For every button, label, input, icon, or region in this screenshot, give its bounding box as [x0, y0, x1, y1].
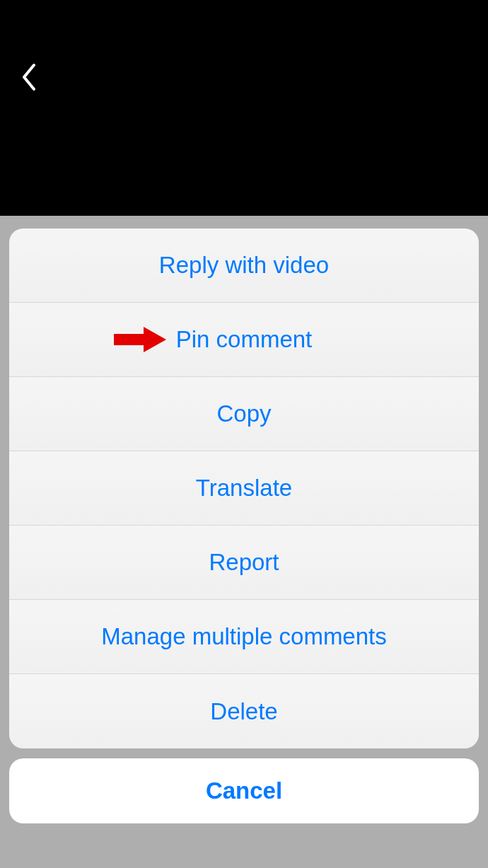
- action-label: Copy: [216, 400, 271, 427]
- action-sheet-overlay: Reply with video Pin comment Copy Transl…: [0, 216, 488, 868]
- report-button[interactable]: Report: [9, 526, 479, 600]
- action-label: Report: [209, 549, 279, 576]
- chevron-left-icon: [20, 62, 38, 92]
- cancel-button[interactable]: Cancel: [9, 758, 479, 823]
- action-label: Pin comment: [176, 326, 313, 353]
- action-sheet-group: Reply with video Pin comment Copy Transl…: [9, 228, 479, 748]
- pin-comment-button[interactable]: Pin comment: [9, 303, 479, 377]
- action-label: Delete: [210, 698, 277, 725]
- top-background: [0, 0, 488, 216]
- svg-marker-0: [114, 327, 166, 352]
- cancel-label: Cancel: [206, 777, 282, 804]
- copy-button[interactable]: Copy: [9, 377, 479, 451]
- translate-button[interactable]: Translate: [9, 451, 479, 526]
- annotation-arrow-icon: [114, 325, 166, 354]
- manage-multiple-comments-button[interactable]: Manage multiple comments: [9, 600, 479, 674]
- reply-with-video-button[interactable]: Reply with video: [9, 228, 479, 303]
- action-label: Reply with video: [159, 252, 329, 279]
- action-label: Manage multiple comments: [101, 623, 387, 650]
- action-label: Translate: [196, 475, 292, 502]
- delete-button[interactable]: Delete: [9, 674, 479, 748]
- back-button[interactable]: [20, 62, 38, 95]
